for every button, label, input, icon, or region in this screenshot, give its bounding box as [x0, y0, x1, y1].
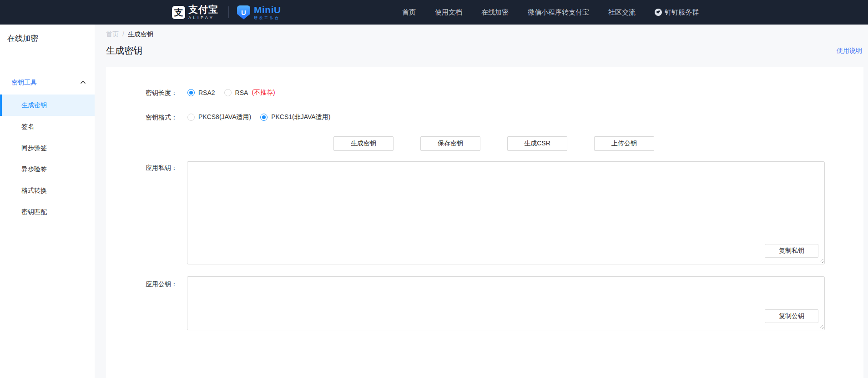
key-length-radio-group: RSA2 RSA(不推荐) [187, 89, 275, 97]
miniu-shield-icon: U [237, 5, 250, 20]
sidebar-item-sync-verify[interactable]: 同步验签 [0, 137, 95, 159]
action-button-row: 生成密钥 保存密钥 生成CSR 上传公钥 [333, 136, 654, 151]
nav-item-dingtalk-label: 钉钉服务群 [665, 8, 699, 17]
radio-rsa-not-recommended-note: (不推荐) [252, 89, 275, 97]
key-length-row: 密钥长度： RSA2 RSA(不推荐) [106, 85, 275, 100]
copy-private-key-button[interactable]: 复制私钥 [765, 244, 818, 258]
radio-pkcs8-circle[interactable] [187, 114, 195, 121]
public-key-label: 应用公钥： [106, 277, 177, 291]
alipay-logo-subtitle: ALIPAY [188, 16, 218, 20]
sidebar-title: 在线加密 [7, 33, 38, 44]
breadcrumb-current: 生成密钥 [128, 30, 153, 38]
alipay-logo-text: 支付宝 [188, 5, 218, 14]
logo-divider [228, 6, 229, 18]
logo-group[interactable]: 支 支付宝 ALIPAY U MiniU 研发工作台 [172, 0, 281, 25]
usage-help-link[interactable]: 使用说明 [837, 47, 862, 55]
copy-public-key-button[interactable]: 复制公钥 [765, 309, 818, 323]
generate-csr-button[interactable]: 生成CSR [507, 136, 567, 151]
page-title: 生成密钥 [106, 45, 142, 57]
radio-rsa[interactable]: RSA(不推荐) [224, 89, 275, 97]
key-format-radio-group: PKCS8(JAVA适用) PKCS1(非JAVA适用) [187, 113, 330, 121]
public-key-textarea[interactable] [187, 276, 825, 330]
radio-pkcs1-circle[interactable] [260, 114, 267, 121]
sidebar-menu: 生成密钥 签名 同步验签 异步验签 格式转换 密钥匹配 [0, 94, 95, 223]
breadcrumb-home[interactable]: 首页 [106, 30, 119, 38]
miniu-logo-subtitle: 研发工作台 [254, 16, 281, 20]
nav-item-docs[interactable]: 使用文档 [435, 8, 462, 17]
nav-item-dingtalk-group[interactable]: 钉钉服务群 [655, 8, 699, 17]
upload-public-key-button[interactable]: 上传公钥 [594, 136, 654, 151]
radio-rsa2-label: RSA2 [198, 89, 215, 96]
nav-item-home[interactable]: 首页 [402, 8, 416, 17]
private-key-label: 应用私钥： [106, 160, 177, 175]
radio-pkcs8-label: PKCS8(JAVA适用) [198, 113, 251, 121]
public-key-field: 复制公钥 [187, 276, 825, 330]
radio-rsa2[interactable]: RSA2 [187, 89, 215, 96]
main-header: 首页/生成密钥 生成密钥 使用说明 [95, 25, 868, 67]
key-length-label: 密钥长度： [106, 85, 177, 100]
sidebar-group-key-tools[interactable]: 密钥工具 [0, 76, 95, 90]
sidebar-item-generate-key[interactable]: 生成密钥 [0, 94, 95, 116]
sidebar-item-format-convert[interactable]: 格式转换 [0, 180, 95, 201]
radio-pkcs1[interactable]: PKCS1(非JAVA适用) [260, 113, 330, 121]
radio-pkcs8[interactable]: PKCS8(JAVA适用) [187, 113, 251, 121]
sidebar-item-key-match[interactable]: 密钥匹配 [0, 201, 95, 223]
radio-pkcs1-label: PKCS1(非JAVA适用) [271, 113, 330, 121]
alipay-logo-icon: 支 [172, 6, 185, 19]
private-key-textarea[interactable] [187, 161, 825, 264]
radio-rsa-circle[interactable] [224, 89, 232, 96]
private-key-field: 复制私钥 [187, 161, 825, 264]
sidebar: 在线加密 密钥工具 生成密钥 签名 同步验签 异步验签 格式转换 密钥匹配 [0, 25, 95, 378]
nav-item-community[interactable]: 社区交流 [608, 8, 636, 17]
key-format-row: 密钥格式： PKCS8(JAVA适用) PKCS1(非JAVA适用) [106, 110, 330, 124]
nav-item-online-encrypt[interactable]: 在线加密 [481, 8, 509, 17]
top-navbar: 支 支付宝 ALIPAY U MiniU 研发工作台 首页 使用文档 在线加密 … [0, 0, 868, 25]
content-card: 密钥长度： RSA2 RSA(不推荐) 密钥格式： PKCS8(JAVA适用) [106, 67, 863, 378]
radio-rsa-label: RSA [235, 89, 248, 96]
chevron-up-icon[interactable] [81, 80, 86, 84]
breadcrumb: 首页/生成密钥 [106, 30, 153, 39]
dingtalk-icon [655, 9, 662, 16]
sidebar-group-label: 密钥工具 [11, 79, 37, 87]
key-format-label: 密钥格式： [106, 110, 177, 124]
radio-rsa2-circle[interactable] [187, 89, 195, 96]
sidebar-item-async-verify[interactable]: 异步验签 [0, 159, 95, 180]
sidebar-item-sign[interactable]: 签名 [0, 116, 95, 137]
breadcrumb-separator: / [122, 30, 124, 38]
save-key-button[interactable]: 保存密钥 [420, 136, 480, 151]
generate-key-button[interactable]: 生成密钥 [333, 136, 394, 151]
miniu-logo-text: MiniU [254, 5, 281, 15]
top-nav-menu: 首页 使用文档 在线加密 微信小程序转支付宝 社区交流 钉钉服务群 [402, 0, 699, 25]
nav-item-wechat-to-alipay[interactable]: 微信小程序转支付宝 [528, 8, 589, 17]
app-root: 支 支付宝 ALIPAY U MiniU 研发工作台 首页 使用文档 在线加密 … [0, 0, 868, 378]
